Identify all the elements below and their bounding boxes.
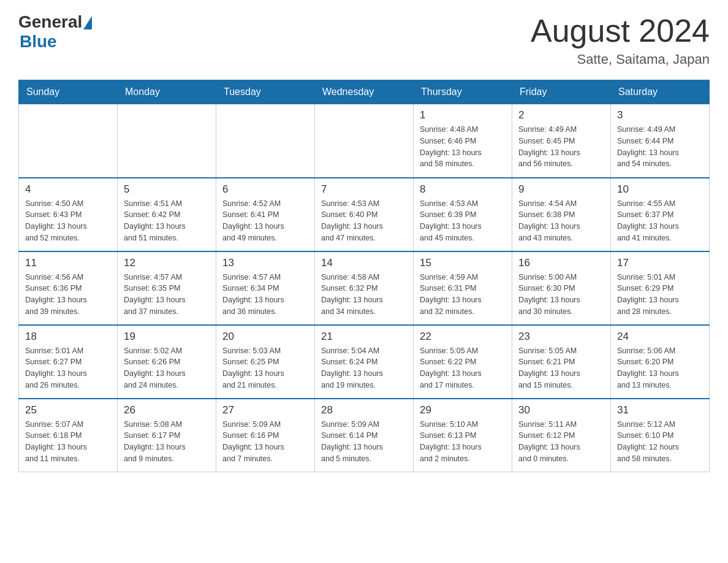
day-info: Sunrise: 5:05 AMSunset: 6:22 PMDaylight:… bbox=[420, 345, 506, 391]
day-info: Sunrise: 5:01 AMSunset: 6:29 PMDaylight:… bbox=[617, 272, 703, 318]
day-info: Sunrise: 5:10 AMSunset: 6:13 PMDaylight:… bbox=[420, 419, 506, 465]
month-title: August 2024 bbox=[531, 12, 710, 49]
calendar-cell bbox=[19, 104, 118, 178]
calendar-week-3: 11Sunrise: 4:56 AMSunset: 6:36 PMDayligh… bbox=[19, 251, 710, 325]
calendar-week-2: 4Sunrise: 4:50 AMSunset: 6:43 PMDaylight… bbox=[19, 178, 710, 251]
day-number: 1 bbox=[420, 109, 506, 121]
day-info: Sunrise: 4:53 AMSunset: 6:39 PMDaylight:… bbox=[420, 198, 506, 244]
calendar-cell: 14Sunrise: 4:58 AMSunset: 6:32 PMDayligh… bbox=[315, 251, 414, 325]
day-number: 30 bbox=[518, 404, 604, 416]
day-info: Sunrise: 5:01 AMSunset: 6:27 PMDaylight:… bbox=[25, 345, 111, 391]
weekday-header-row: Sunday Monday Tuesday Wednesday Thursday… bbox=[19, 80, 710, 104]
day-info: Sunrise: 5:11 AMSunset: 6:12 PMDaylight:… bbox=[518, 419, 604, 465]
calendar-cell: 5Sunrise: 4:51 AMSunset: 6:42 PMDaylight… bbox=[118, 178, 216, 251]
calendar-cell: 2Sunrise: 4:49 AMSunset: 6:45 PMDaylight… bbox=[512, 104, 611, 178]
day-info: Sunrise: 4:48 AMSunset: 6:46 PMDaylight:… bbox=[420, 124, 506, 170]
day-number: 17 bbox=[617, 257, 703, 269]
calendar-week-4: 18Sunrise: 5:01 AMSunset: 6:27 PMDayligh… bbox=[19, 325, 710, 399]
day-number: 19 bbox=[124, 331, 210, 343]
calendar-cell: 26Sunrise: 5:08 AMSunset: 6:17 PMDayligh… bbox=[118, 399, 216, 472]
day-number: 25 bbox=[25, 404, 111, 416]
calendar-cell: 25Sunrise: 5:07 AMSunset: 6:18 PMDayligh… bbox=[19, 399, 118, 472]
day-info: Sunrise: 5:08 AMSunset: 6:17 PMDaylight:… bbox=[124, 419, 210, 465]
day-number: 11 bbox=[25, 257, 111, 269]
day-info: Sunrise: 4:56 AMSunset: 6:36 PMDaylight:… bbox=[25, 272, 111, 318]
day-info: Sunrise: 4:51 AMSunset: 6:42 PMDaylight:… bbox=[124, 198, 210, 244]
day-number: 2 bbox=[518, 109, 604, 121]
calendar-cell: 29Sunrise: 5:10 AMSunset: 6:13 PMDayligh… bbox=[414, 399, 512, 472]
header-saturday: Saturday bbox=[611, 80, 710, 104]
logo-triangle-icon bbox=[83, 16, 92, 29]
day-number: 16 bbox=[518, 257, 604, 269]
day-info: Sunrise: 5:09 AMSunset: 6:14 PMDaylight:… bbox=[321, 419, 407, 465]
header-sunday: Sunday bbox=[19, 80, 118, 104]
calendar-cell: 13Sunrise: 4:57 AMSunset: 6:34 PMDayligh… bbox=[216, 251, 315, 325]
calendar-cell bbox=[216, 104, 315, 178]
calendar-cell: 28Sunrise: 5:09 AMSunset: 6:14 PMDayligh… bbox=[315, 399, 414, 472]
day-number: 5 bbox=[124, 183, 210, 196]
day-info: Sunrise: 5:06 AMSunset: 6:20 PMDaylight:… bbox=[617, 345, 703, 391]
day-number: 26 bbox=[124, 404, 210, 416]
header-friday: Friday bbox=[512, 80, 611, 104]
day-info: Sunrise: 5:04 AMSunset: 6:24 PMDaylight:… bbox=[321, 345, 407, 391]
calendar-cell: 19Sunrise: 5:02 AMSunset: 6:26 PMDayligh… bbox=[118, 325, 216, 399]
day-info: Sunrise: 5:00 AMSunset: 6:30 PMDaylight:… bbox=[518, 272, 604, 318]
day-number: 6 bbox=[222, 183, 308, 196]
calendar-cell: 18Sunrise: 5:01 AMSunset: 6:27 PMDayligh… bbox=[19, 325, 118, 399]
header-wednesday: Wednesday bbox=[315, 80, 414, 104]
calendar-cell: 4Sunrise: 4:50 AMSunset: 6:43 PMDaylight… bbox=[19, 178, 118, 251]
header-thursday: Thursday bbox=[414, 80, 512, 104]
day-info: Sunrise: 5:09 AMSunset: 6:16 PMDaylight:… bbox=[222, 419, 308, 465]
day-info: Sunrise: 4:57 AMSunset: 6:34 PMDaylight:… bbox=[222, 272, 308, 318]
day-info: Sunrise: 4:52 AMSunset: 6:41 PMDaylight:… bbox=[222, 198, 308, 244]
calendar-cell: 16Sunrise: 5:00 AMSunset: 6:30 PMDayligh… bbox=[512, 251, 611, 325]
day-info: Sunrise: 4:50 AMSunset: 6:43 PMDaylight:… bbox=[25, 198, 111, 244]
logo-blue-text: Blue bbox=[20, 32, 92, 52]
day-number: 22 bbox=[420, 331, 506, 343]
day-number: 18 bbox=[25, 331, 111, 343]
day-info: Sunrise: 4:49 AMSunset: 6:44 PMDaylight:… bbox=[617, 124, 703, 170]
day-number: 31 bbox=[617, 404, 703, 416]
calendar-cell: 27Sunrise: 5:09 AMSunset: 6:16 PMDayligh… bbox=[216, 399, 315, 472]
day-number: 3 bbox=[617, 109, 703, 121]
calendar-cell: 22Sunrise: 5:05 AMSunset: 6:22 PMDayligh… bbox=[414, 325, 512, 399]
calendar-cell: 20Sunrise: 5:03 AMSunset: 6:25 PMDayligh… bbox=[216, 325, 315, 399]
calendar-cell: 30Sunrise: 5:11 AMSunset: 6:12 PMDayligh… bbox=[512, 399, 611, 472]
day-info: Sunrise: 4:59 AMSunset: 6:31 PMDaylight:… bbox=[420, 272, 506, 318]
day-info: Sunrise: 4:54 AMSunset: 6:38 PMDaylight:… bbox=[518, 198, 604, 244]
calendar-cell: 8Sunrise: 4:53 AMSunset: 6:39 PMDaylight… bbox=[414, 178, 512, 251]
day-number: 27 bbox=[222, 404, 308, 416]
location-title: Satte, Saitama, Japan bbox=[531, 52, 710, 67]
day-info: Sunrise: 5:07 AMSunset: 6:18 PMDaylight:… bbox=[25, 419, 111, 465]
day-info: Sunrise: 4:58 AMSunset: 6:32 PMDaylight:… bbox=[321, 272, 407, 318]
title-area: August 2024 Satte, Saitama, Japan bbox=[531, 12, 710, 67]
calendar-table: Sunday Monday Tuesday Wednesday Thursday… bbox=[18, 80, 710, 472]
logo-general-text: General bbox=[18, 12, 82, 32]
calendar-cell: 21Sunrise: 5:04 AMSunset: 6:24 PMDayligh… bbox=[315, 325, 414, 399]
day-info: Sunrise: 5:05 AMSunset: 6:21 PMDaylight:… bbox=[518, 345, 604, 391]
day-number: 20 bbox=[222, 331, 308, 343]
calendar-cell bbox=[315, 104, 414, 178]
calendar-cell: 17Sunrise: 5:01 AMSunset: 6:29 PMDayligh… bbox=[611, 251, 710, 325]
day-number: 14 bbox=[321, 257, 407, 269]
day-number: 7 bbox=[321, 183, 407, 196]
calendar-cell: 31Sunrise: 5:12 AMSunset: 6:10 PMDayligh… bbox=[611, 399, 710, 472]
day-number: 10 bbox=[617, 183, 703, 196]
calendar-cell: 10Sunrise: 4:55 AMSunset: 6:37 PMDayligh… bbox=[611, 178, 710, 251]
day-info: Sunrise: 4:55 AMSunset: 6:37 PMDaylight:… bbox=[617, 198, 703, 244]
calendar-cell: 7Sunrise: 4:53 AMSunset: 6:40 PMDaylight… bbox=[315, 178, 414, 251]
day-number: 12 bbox=[124, 257, 210, 269]
day-number: 24 bbox=[617, 331, 703, 343]
day-number: 21 bbox=[321, 331, 407, 343]
calendar-cell: 12Sunrise: 4:57 AMSunset: 6:35 PMDayligh… bbox=[118, 251, 216, 325]
day-info: Sunrise: 4:57 AMSunset: 6:35 PMDaylight:… bbox=[124, 272, 210, 318]
page-header: General Blue August 2024 Satte, Saitama,… bbox=[18, 12, 710, 67]
calendar-cell: 1Sunrise: 4:48 AMSunset: 6:46 PMDaylight… bbox=[414, 104, 512, 178]
day-number: 23 bbox=[518, 331, 604, 343]
calendar-cell bbox=[118, 104, 216, 178]
day-number: 9 bbox=[518, 183, 604, 196]
day-number: 4 bbox=[25, 183, 111, 196]
calendar-cell: 3Sunrise: 4:49 AMSunset: 6:44 PMDaylight… bbox=[611, 104, 710, 178]
calendar-cell: 11Sunrise: 4:56 AMSunset: 6:36 PMDayligh… bbox=[19, 251, 118, 325]
calendar-cell: 15Sunrise: 4:59 AMSunset: 6:31 PMDayligh… bbox=[414, 251, 512, 325]
